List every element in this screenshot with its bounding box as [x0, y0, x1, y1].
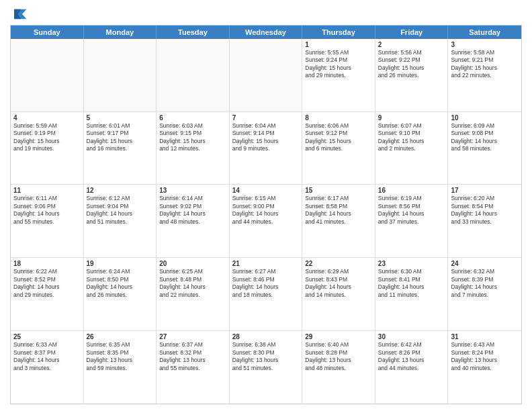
cell-daylight-info: Sunrise: 6:17 AM Sunset: 8:58 PM Dayligh…: [305, 195, 372, 226]
day-number: 29: [305, 333, 372, 340]
calendar-header: SundayMondayTuesdayWednesdayThursdayFrid…: [11, 26, 521, 39]
calendar-cell-3-3: 21Sunrise: 6:27 AM Sunset: 8:46 PM Dayli…: [230, 258, 303, 330]
cell-daylight-info: Sunrise: 6:42 AM Sunset: 8:26 PM Dayligh…: [378, 341, 445, 372]
cell-daylight-info: Sunrise: 6:37 AM Sunset: 8:32 PM Dayligh…: [159, 341, 226, 372]
calendar-cell-0-3: [230, 39, 303, 111]
day-number: 25: [13, 333, 81, 340]
calendar-cell-3-0: 18Sunrise: 6:22 AM Sunset: 8:52 PM Dayli…: [11, 258, 84, 330]
calendar-cell-3-6: 24Sunrise: 6:32 AM Sunset: 8:39 PM Dayli…: [448, 258, 521, 330]
calendar-cell-2-1: 12Sunrise: 6:12 AM Sunset: 9:04 PM Dayli…: [84, 185, 157, 257]
calendar-cell-0-4: 1Sunrise: 5:55 AM Sunset: 9:24 PM Daylig…: [302, 39, 375, 111]
day-number: 20: [159, 260, 226, 267]
header-saturday: Saturday: [448, 26, 521, 39]
calendar-cell-4-6: 31Sunrise: 6:43 AM Sunset: 8:24 PM Dayli…: [448, 331, 521, 404]
day-number: 13: [159, 187, 226, 194]
calendar-cell-2-0: 11Sunrise: 6:11 AM Sunset: 9:06 PM Dayli…: [11, 185, 84, 257]
calendar-cell-3-2: 20Sunrise: 6:25 AM Sunset: 8:48 PM Dayli…: [157, 258, 230, 330]
logo-flag-icon: [11, 7, 28, 21]
calendar-cell-0-0: [11, 39, 84, 111]
day-number: 19: [87, 260, 154, 267]
calendar-cell-2-2: 13Sunrise: 6:14 AM Sunset: 9:02 PM Dayli…: [157, 185, 230, 257]
cell-daylight-info: Sunrise: 6:20 AM Sunset: 8:54 PM Dayligh…: [451, 195, 519, 226]
day-number: 22: [305, 260, 372, 267]
day-number: 30: [378, 333, 445, 340]
day-number: 14: [232, 187, 300, 194]
logo: [10, 7, 28, 21]
calendar-cell-2-4: 15Sunrise: 6:17 AM Sunset: 8:58 PM Dayli…: [302, 185, 375, 257]
calendar-cell-3-1: 19Sunrise: 6:24 AM Sunset: 8:50 PM Dayli…: [84, 258, 157, 330]
cell-daylight-info: Sunrise: 6:38 AM Sunset: 8:30 PM Dayligh…: [232, 341, 300, 372]
day-number: 12: [87, 187, 154, 194]
calendar-cell-2-3: 14Sunrise: 6:15 AM Sunset: 9:00 PM Dayli…: [230, 185, 303, 257]
cell-daylight-info: Sunrise: 6:35 AM Sunset: 8:35 PM Dayligh…: [87, 341, 154, 372]
day-number: 26: [87, 333, 154, 340]
calendar-row-0: 1Sunrise: 5:55 AM Sunset: 9:24 PM Daylig…: [11, 39, 521, 112]
calendar-cell-1-5: 9Sunrise: 6:07 AM Sunset: 9:10 PM Daylig…: [375, 112, 449, 185]
calendar-cell-1-4: 8Sunrise: 6:06 AM Sunset: 9:12 PM Daylig…: [302, 112, 375, 185]
day-number: 2: [378, 41, 445, 48]
day-number: 8: [305, 114, 372, 122]
cell-daylight-info: Sunrise: 6:12 AM Sunset: 9:04 PM Dayligh…: [87, 195, 154, 226]
calendar-row-3: 18Sunrise: 6:22 AM Sunset: 8:52 PM Dayli…: [11, 258, 521, 331]
cell-daylight-info: Sunrise: 5:56 AM Sunset: 9:22 PM Dayligh…: [378, 49, 445, 80]
day-number: 21: [232, 260, 300, 267]
cell-daylight-info: Sunrise: 6:40 AM Sunset: 8:28 PM Dayligh…: [305, 341, 372, 372]
day-number: 31: [451, 333, 519, 340]
calendar-cell-2-6: 17Sunrise: 6:20 AM Sunset: 8:54 PM Dayli…: [448, 185, 521, 257]
cell-daylight-info: Sunrise: 6:07 AM Sunset: 9:10 PM Dayligh…: [378, 122, 445, 153]
calendar-cell-1-2: 6Sunrise: 6:03 AM Sunset: 9:15 PM Daylig…: [157, 112, 230, 185]
cell-daylight-info: Sunrise: 6:01 AM Sunset: 9:17 PM Dayligh…: [87, 122, 154, 153]
calendar-cell-4-2: 27Sunrise: 6:37 AM Sunset: 8:32 PM Dayli…: [157, 331, 230, 404]
calendar-cell-0-2: [157, 39, 230, 111]
cell-daylight-info: Sunrise: 6:27 AM Sunset: 8:46 PM Dayligh…: [232, 268, 300, 299]
cell-daylight-info: Sunrise: 6:29 AM Sunset: 8:43 PM Dayligh…: [305, 268, 372, 299]
calendar-cell-0-5: 2Sunrise: 5:56 AM Sunset: 9:22 PM Daylig…: [375, 39, 449, 111]
day-number: 18: [13, 260, 81, 267]
header-monday: Monday: [84, 26, 157, 39]
calendar-cell-3-5: 23Sunrise: 6:30 AM Sunset: 8:41 PM Dayli…: [375, 258, 449, 330]
cell-daylight-info: Sunrise: 6:03 AM Sunset: 9:15 PM Dayligh…: [159, 122, 226, 153]
day-number: 15: [305, 187, 372, 194]
calendar-cell-1-6: 10Sunrise: 6:09 AM Sunset: 9:08 PM Dayli…: [448, 112, 521, 185]
calendar-cell-3-4: 22Sunrise: 6:29 AM Sunset: 8:43 PM Dayli…: [302, 258, 375, 330]
day-number: 6: [159, 114, 226, 122]
header-tuesday: Tuesday: [157, 26, 230, 39]
day-number: 24: [451, 260, 519, 267]
calendar-cell-1-3: 7Sunrise: 6:04 AM Sunset: 9:14 PM Daylig…: [230, 112, 303, 185]
day-number: 17: [451, 187, 519, 194]
header-sunday: Sunday: [11, 26, 84, 39]
day-number: 27: [159, 333, 226, 340]
day-number: 28: [232, 333, 300, 340]
day-number: 3: [451, 41, 519, 48]
cell-daylight-info: Sunrise: 6:30 AM Sunset: 8:41 PM Dayligh…: [378, 268, 445, 299]
cell-daylight-info: Sunrise: 6:06 AM Sunset: 9:12 PM Dayligh…: [305, 122, 372, 153]
cell-daylight-info: Sunrise: 6:24 AM Sunset: 8:50 PM Dayligh…: [87, 268, 154, 299]
cell-daylight-info: Sunrise: 5:55 AM Sunset: 9:24 PM Dayligh…: [305, 49, 372, 80]
day-number: 9: [378, 114, 445, 122]
page-header: [10, 7, 522, 21]
day-number: 7: [232, 114, 300, 122]
cell-daylight-info: Sunrise: 6:15 AM Sunset: 9:00 PM Dayligh…: [232, 195, 300, 226]
cell-daylight-info: Sunrise: 6:32 AM Sunset: 8:39 PM Dayligh…: [451, 268, 519, 299]
calendar-cell-4-3: 28Sunrise: 6:38 AM Sunset: 8:30 PM Dayli…: [230, 331, 303, 404]
calendar-row-2: 11Sunrise: 6:11 AM Sunset: 9:06 PM Dayli…: [11, 185, 521, 258]
cell-daylight-info: Sunrise: 6:14 AM Sunset: 9:02 PM Dayligh…: [159, 195, 226, 226]
cell-daylight-info: Sunrise: 6:11 AM Sunset: 9:06 PM Dayligh…: [13, 195, 81, 226]
calendar-cell-2-5: 16Sunrise: 6:19 AM Sunset: 8:56 PM Dayli…: [375, 185, 449, 257]
cell-daylight-info: Sunrise: 6:25 AM Sunset: 8:48 PM Dayligh…: [159, 268, 226, 299]
cell-daylight-info: Sunrise: 5:59 AM Sunset: 9:19 PM Dayligh…: [13, 122, 81, 153]
cell-daylight-info: Sunrise: 6:43 AM Sunset: 8:24 PM Dayligh…: [451, 341, 519, 372]
calendar-cell-0-6: 3Sunrise: 5:58 AM Sunset: 9:21 PM Daylig…: [448, 39, 521, 111]
day-number: 23: [378, 260, 445, 267]
header-friday: Friday: [375, 26, 449, 39]
calendar-cell-4-5: 30Sunrise: 6:42 AM Sunset: 8:26 PM Dayli…: [375, 331, 449, 404]
calendar-cell-1-0: 4Sunrise: 5:59 AM Sunset: 9:19 PM Daylig…: [11, 112, 84, 185]
calendar-cell-4-4: 29Sunrise: 6:40 AM Sunset: 8:28 PM Dayli…: [302, 331, 375, 404]
header-thursday: Thursday: [302, 26, 375, 39]
calendar-cell-4-1: 26Sunrise: 6:35 AM Sunset: 8:35 PM Dayli…: [84, 331, 157, 404]
calendar-row-1: 4Sunrise: 5:59 AM Sunset: 9:19 PM Daylig…: [11, 112, 521, 185]
day-number: 5: [87, 114, 154, 122]
day-number: 4: [13, 114, 81, 122]
day-number: 16: [378, 187, 445, 194]
calendar-row-4: 25Sunrise: 6:33 AM Sunset: 8:37 PM Dayli…: [11, 331, 521, 404]
